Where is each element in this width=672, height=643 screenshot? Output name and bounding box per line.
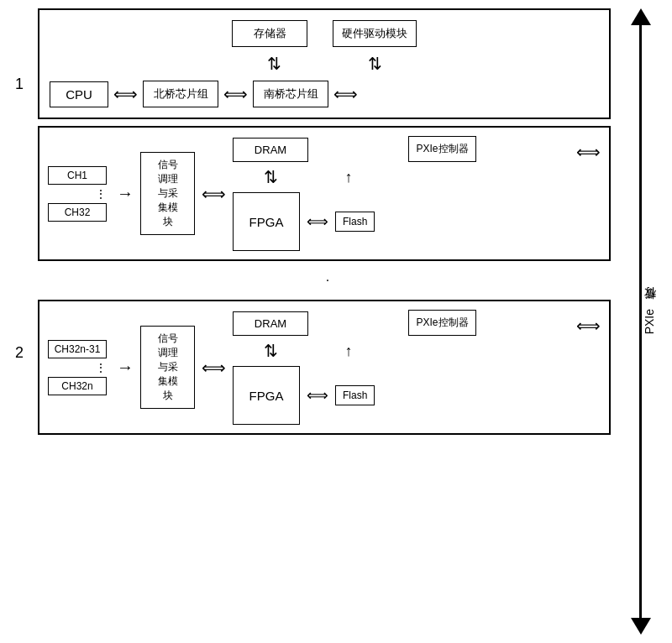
fpga-block-2: FPGA <box>233 366 300 425</box>
channels-col-1: CH1 ⋮ CH32 <box>48 166 107 222</box>
flash-block-2: Flash <box>335 385 375 405</box>
arrow-col-2: ⇅ <box>337 54 412 74</box>
ch32-block: CH32 <box>48 203 107 222</box>
arrow-ch-signal-2: → <box>117 358 134 377</box>
dram-block-2: DRAM <box>233 311 308 336</box>
arrow-north-south: ⟺ <box>223 84 248 104</box>
pxie-ctrl-block-1: PXIe控制器 <box>408 136 475 162</box>
section3-box: CH32n-31 ⋮ CH32n → 信号 调理 与采 集模 块 ⟺ DRAM … <box>38 300 611 435</box>
pxie-ctrl-block-2: PXIe控制器 <box>408 310 475 336</box>
arrow-pxie-right-1: ⟺ <box>576 142 601 162</box>
pxie-backplane: PXIe背板 <box>617 8 664 635</box>
dbl-v-arrow-dram-fpga-1: ⇅ <box>264 167 278 187</box>
south-bridge-block: 南桥芯片组 <box>253 81 328 107</box>
arrow-south-right: ⟺ <box>333 84 358 104</box>
arrow-fpga-flash-left-1: ⟺ <box>307 212 328 231</box>
dots-1: ⋮ <box>95 186 107 201</box>
arrow-fpga-flash-left-2: ⟺ <box>307 386 328 405</box>
section2-box: CH1 ⋮ CH32 → 信号 调理 与采 集模 块 ⟺ DRAM PXIe控制… <box>38 126 611 261</box>
mid-dots: · <box>38 268 617 293</box>
hardware-driver-block: 硬件驱动模块 <box>333 20 417 47</box>
dbl-v-arrow-1: ⇅ <box>267 54 281 74</box>
arrow-ch-signal-1: → <box>117 184 134 203</box>
memory-block: 存储器 <box>232 20 307 47</box>
signal-block-1: 信号 调理 与采 集模 块 <box>140 152 195 235</box>
ch1-block: CH1 <box>48 166 107 185</box>
pxie-backplane-label: PXIe背板 <box>642 309 657 334</box>
channels-col-2: CH32n-31 ⋮ CH32n <box>48 340 107 395</box>
label-1: 1 <box>15 76 24 93</box>
dram-block-1: DRAM <box>233 138 308 162</box>
ch-end-block: CH32n <box>48 377 107 395</box>
dbl-v-arrow-dram-fpga-2: ⇅ <box>264 341 278 361</box>
vertical-arrows-row: ⇅ ⇅ <box>50 54 599 74</box>
flash-block-1: Flash <box>335 212 375 232</box>
right-part-2: DRAM PXIe控制器 ⟺ ⇅ ↑ FPG <box>233 310 601 425</box>
bottom-row: CPU ⟺ 北桥芯片组 ⟺ 南桥芯片组 ⟺ <box>50 81 599 107</box>
arrow-signal-fpga-2: ⟺ <box>202 358 226 378</box>
arrow-fpga-pxie-1: ↑ <box>345 169 353 186</box>
arrow-fpga-pxie-2: ↑ <box>345 342 353 360</box>
arrow-col-1: ⇅ <box>236 54 312 74</box>
north-bridge-block: 北桥芯片组 <box>143 81 218 107</box>
arrow-signal-fpga-1: ⟺ <box>202 184 226 204</box>
top-row: 存储器 硬件驱动模块 <box>50 20 599 47</box>
signal-block-2: 信号 调理 与采 集模 块 <box>140 326 195 409</box>
dbl-v-arrow-2: ⇅ <box>368 54 382 74</box>
arrow-head-down <box>631 618 651 635</box>
fpga-block-1: FPGA <box>233 192 300 251</box>
ch-start-block: CH32n-31 <box>48 340 107 358</box>
label-2: 2 <box>15 344 24 362</box>
cpu-block: CPU <box>50 81 108 107</box>
section1-box: 存储器 硬件驱动模块 ⇅ ⇅ CPU ⟺ 北桥芯片组 ⟺ 南桥芯片组 ⟺ <box>38 8 611 119</box>
dots-2: ⋮ <box>95 360 107 375</box>
arrow-head-up <box>631 8 651 25</box>
arrow-pxie-right-2: ⟺ <box>576 316 601 336</box>
right-part-1: DRAM PXIe控制器 ⟺ ⇅ ↑ FPG <box>233 136 601 251</box>
arrow-cpu-north: ⟺ <box>113 84 138 104</box>
